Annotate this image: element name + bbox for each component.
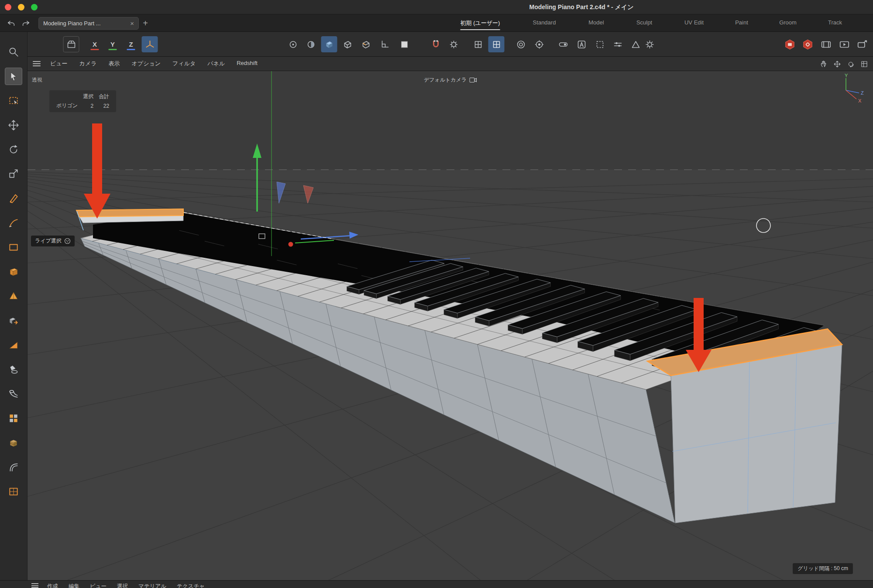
film-arrow-icon xyxy=(856,39,868,50)
bb-menu-select[interactable]: 選択 xyxy=(117,583,128,588)
vp-menu-panel[interactable]: パネル xyxy=(207,60,225,68)
live-selection-tool-button[interactable] xyxy=(5,68,22,85)
coordinate-system-button[interactable] xyxy=(142,36,158,52)
cluster-object-button[interactable] xyxy=(5,434,22,451)
material-menu-icon[interactable] xyxy=(31,583,38,588)
layout-item-groom[interactable]: Groom xyxy=(779,19,797,28)
isoline-toggle-button[interactable] xyxy=(592,36,608,52)
pen-tool-button[interactable] xyxy=(5,190,22,207)
viewport-3d[interactable]: 透視 デフォルトカメラ 選択 合計 xyxy=(27,71,873,580)
stacked-cubes-icon xyxy=(8,437,19,448)
make-editable-icon xyxy=(288,39,298,50)
cube-primitive-button[interactable] xyxy=(5,263,22,280)
light-object-button[interactable] xyxy=(5,361,22,378)
vp-menu-redshift[interactable]: Redshift xyxy=(237,60,258,68)
snap-settings-button[interactable] xyxy=(446,36,462,52)
sweep-icon xyxy=(8,388,19,400)
orientation-gizmo[interactable]: Y Z X xyxy=(839,74,867,106)
bb-menu-view[interactable]: ビュー xyxy=(90,583,107,588)
snap-toggle-button[interactable] xyxy=(428,36,444,52)
zoom-window-button[interactable] xyxy=(31,4,38,10)
viewport-menu-icon[interactable] xyxy=(33,61,41,66)
texture-mode-button[interactable] xyxy=(396,36,412,52)
instance-object-button[interactable] xyxy=(5,312,22,329)
application-window: Modeling Piano Part 2.c4d * - メイン Modeli… xyxy=(0,0,873,588)
pyramid-primitive-button[interactable] xyxy=(5,287,22,305)
add-tab-button[interactable]: + xyxy=(140,17,151,29)
bend-deformer-button[interactable] xyxy=(5,458,22,476)
viewport-canvas[interactable] xyxy=(27,71,873,580)
display-options-button[interactable] xyxy=(610,36,626,52)
camera-label-group[interactable]: デフォルトカメラ xyxy=(424,76,477,84)
minimize-window-button[interactable] xyxy=(18,4,24,10)
layout-item-default[interactable]: 初期 (ユーザー) xyxy=(461,19,500,30)
axis-lock-x-button[interactable]: X xyxy=(88,36,102,52)
cursor-icon xyxy=(8,71,19,82)
sketch-tool-button[interactable] xyxy=(5,214,22,232)
search-commander-button[interactable] xyxy=(5,43,22,61)
move-tool-button[interactable] xyxy=(5,116,22,134)
model-mode-button[interactable] xyxy=(303,36,319,52)
projection-label[interactable]: 透視 xyxy=(32,76,42,84)
export-preview-button[interactable] xyxy=(854,36,870,52)
orbit-view-button[interactable] xyxy=(846,59,856,69)
point-mode-button[interactable] xyxy=(340,36,356,52)
layout-item-model[interactable]: Model xyxy=(588,19,604,28)
axis-lock-z-button[interactable]: Z xyxy=(124,36,138,52)
polygon-mode-button[interactable] xyxy=(321,36,337,52)
layout-item-paint[interactable]: Paint xyxy=(735,19,748,28)
spline-rectangle-button[interactable] xyxy=(5,239,22,256)
grid-snap-button[interactable] xyxy=(488,36,505,52)
modeling-axis-button[interactable] xyxy=(513,36,529,52)
layout-item-track[interactable]: Track xyxy=(828,19,842,28)
render-view-button[interactable] xyxy=(782,36,798,52)
window-title: Modeling Piano Part 2.c4d * - メイン xyxy=(529,3,633,11)
layout-item-standard[interactable]: Standard xyxy=(533,19,556,28)
quantize-toggle-button[interactable] xyxy=(470,36,486,52)
ramp-object-button[interactable] xyxy=(5,336,22,354)
plane-object-button[interactable] xyxy=(5,483,22,500)
selection-col-header: 選択 xyxy=(80,92,96,101)
orbit-icon xyxy=(847,60,855,68)
undo-button[interactable] xyxy=(6,18,17,29)
viewport-settings-button[interactable] xyxy=(642,36,658,52)
rotate-tool-button[interactable] xyxy=(5,141,22,158)
vp-menu-display[interactable]: 表示 xyxy=(109,60,120,68)
selection-info-panel: 選択 合計 ポリゴン 2 22 xyxy=(49,90,116,112)
render-settings-button[interactable] xyxy=(800,36,816,52)
rectangle-selection-tool-button[interactable] xyxy=(5,92,22,109)
make-editable-button[interactable] xyxy=(285,36,301,52)
layout-item-uvedit[interactable]: UV Edit xyxy=(684,19,704,28)
document-tab[interactable]: Modeling Piano Part ... × xyxy=(38,17,139,30)
edge-mode-button[interactable] xyxy=(358,36,374,52)
scale-tool-button[interactable] xyxy=(5,165,22,183)
vp-menu-filter[interactable]: フィルタ xyxy=(172,60,196,68)
sweep-object-button[interactable] xyxy=(5,385,22,403)
play-preview-button[interactable] xyxy=(836,36,852,52)
bb-menu-texture[interactable]: テクスチャ xyxy=(177,583,205,588)
array-object-button[interactable] xyxy=(5,410,22,427)
animation-palette-button[interactable] xyxy=(818,36,834,52)
grid-snap-icon xyxy=(491,39,502,50)
tab-close-icon[interactable]: × xyxy=(130,20,134,27)
vp-menu-view[interactable]: ビュー xyxy=(50,60,68,68)
document-tabbar: Modeling Piano Part ... × + 初期 (ユーザー) St… xyxy=(0,14,873,32)
pan-view-button[interactable] xyxy=(818,59,829,69)
axis-lock-y-button[interactable]: Y xyxy=(106,36,120,52)
redo-button[interactable] xyxy=(20,18,31,29)
bb-menu-material[interactable]: マテリアル xyxy=(138,583,166,588)
modeling-settings-button[interactable] xyxy=(63,36,79,52)
bb-menu-edit[interactable]: 編集 xyxy=(69,583,79,588)
layout-item-sculpt[interactable]: Sculpt xyxy=(636,19,652,28)
axis-settings-button[interactable] xyxy=(531,36,547,52)
vp-menu-options[interactable]: オプション xyxy=(132,60,161,68)
workplane-mode-button[interactable] xyxy=(377,36,393,52)
zoom-view-button[interactable] xyxy=(832,59,842,69)
annotation-button[interactable] xyxy=(574,36,590,52)
bb-menu-create[interactable]: 作成 xyxy=(47,583,58,588)
viewport-filter-button[interactable] xyxy=(555,36,571,52)
close-window-button[interactable] xyxy=(5,4,11,10)
concentric-circles-icon xyxy=(516,39,526,50)
maximize-view-button[interactable] xyxy=(859,59,870,69)
vp-menu-camera[interactable]: カメラ xyxy=(79,60,97,68)
